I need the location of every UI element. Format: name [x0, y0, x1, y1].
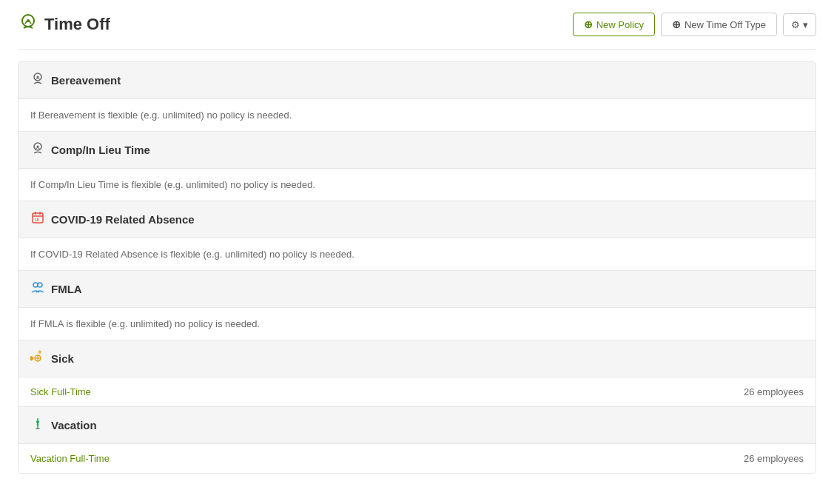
plus-icon-2: ⊕ [672, 19, 681, 30]
svg-point-5 [37, 146, 39, 148]
new-policy-label: New Policy [596, 19, 644, 30]
new-time-off-type-label: New Time Off Type [685, 19, 766, 30]
policy-empty-covid: If COVID-19 Related Absence is flexible … [19, 238, 815, 271]
new-time-off-type-button[interactable]: ⊕ New Time Off Type [661, 13, 777, 36]
type-name-sick: Sick [51, 352, 74, 365]
new-policy-button[interactable]: ⊕ New Policy [573, 13, 655, 36]
gear-dropdown-arrow: ▾ [803, 19, 808, 30]
time-off-types-list: BereavementIf Bereavement is flexible (e… [18, 61, 816, 474]
settings-gear-button[interactable]: ⚙ ▾ [783, 13, 816, 36]
header-actions: ⊕ New Policy ⊕ New Time Off Type ⚙ ▾ [573, 13, 816, 36]
type-header-bereavement: Bereavement [19, 62, 815, 99]
type-icon-comp-in-lieu [30, 141, 45, 159]
type-header-covid: 19 COVID-19 Related Absence [19, 201, 815, 238]
employee-count-vacation-0: 26 employees [744, 453, 804, 464]
type-header-vacation: Vacation [19, 407, 815, 444]
type-name-covid: COVID-19 Related Absence [51, 213, 195, 226]
type-section-covid: 19 COVID-19 Related AbsenceIf COVID-19 R… [19, 201, 815, 271]
policy-link-sick-0[interactable]: Sick Full-Time [30, 386, 91, 397]
policy-row: Sick Full-Time26 employees [19, 377, 815, 407]
policy-empty-fmla: If FMLA is flexible (e.g. unlimited) no … [19, 308, 815, 340]
type-icon-fmla [30, 280, 45, 298]
employee-count-sick-0: 26 employees [744, 386, 804, 397]
svg-rect-13 [30, 356, 34, 361]
gear-icon: ⚙ [791, 19, 800, 30]
type-name-comp-in-lieu: Comp/In Lieu Time [51, 144, 150, 156]
svg-point-11 [33, 283, 38, 287]
timeoff-header-icon [18, 12, 38, 37]
type-name-vacation: Vacation [51, 419, 97, 431]
type-header-sick: Sick [19, 340, 815, 377]
type-section-fmla: FMLAIf FMLA is flexible (e.g. unlimited)… [19, 271, 815, 340]
plus-icon: ⊕ [584, 19, 593, 30]
page-container: Time Off ⊕ New Policy ⊕ New Time Off Typ… [0, 0, 834, 485]
svg-point-1 [27, 19, 30, 22]
policy-empty-comp-in-lieu: If Comp/In Lieu Time is flexible (e.g. u… [19, 169, 815, 201]
type-icon-sick [30, 349, 45, 368]
type-name-bereavement: Bereavement [51, 74, 121, 87]
svg-point-12 [38, 283, 42, 287]
type-section-sick: SickSick Full-Time26 employees [19, 340, 815, 407]
policy-link-vacation-0[interactable]: Vacation Full-Time [30, 453, 110, 464]
policy-empty-bereavement: If Bereavement is flexible (e.g. unlimit… [19, 99, 815, 132]
policy-row: Vacation Full-Time26 employees [19, 444, 815, 473]
svg-text:19: 19 [35, 218, 39, 222]
type-name-fmla: FMLA [51, 283, 82, 295]
type-icon-vacation [30, 416, 45, 434]
type-section-vacation: VacationVacation Full-Time26 employees [19, 407, 815, 473]
svg-rect-14 [38, 350, 41, 354]
type-section-comp-in-lieu: Comp/In Lieu TimeIf Comp/In Lieu Time is… [19, 132, 815, 201]
type-section-bereavement: BereavementIf Bereavement is flexible (e… [19, 62, 815, 132]
page-header: Time Off ⊕ New Policy ⊕ New Time Off Typ… [18, 12, 816, 50]
type-header-fmla: FMLA [19, 271, 815, 308]
type-header-comp-in-lieu: Comp/In Lieu Time [19, 132, 815, 169]
svg-point-19 [36, 428, 40, 429]
page-title: Time Off [44, 15, 110, 34]
page-title-area: Time Off [18, 12, 110, 37]
type-icon-bereavement [30, 71, 45, 90]
svg-point-3 [37, 76, 39, 78]
type-icon-covid: 19 [30, 210, 45, 229]
